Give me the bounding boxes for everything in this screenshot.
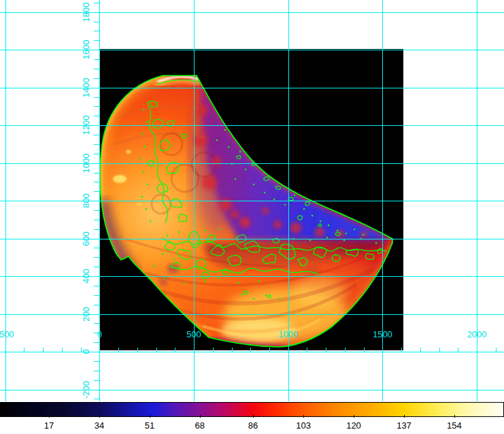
y-axis-minor-tick [94,106,99,107]
y-tick-label: 200 [81,307,91,322]
y-axis-minor-tick [94,182,99,182]
y-axis-minor-tick [94,342,99,343]
gridline-horizontal [0,50,504,50]
y-axis-minor-tick [90,239,99,239]
y-axis-minor-tick [94,97,99,98]
y-tick-label: 600 [81,231,91,246]
gridline-horizontal [0,239,504,239]
y-axis-minor-tick [94,399,99,399]
y-tick-label: 800 [81,193,91,208]
y-tick-label: 0 [81,349,91,354]
x-axis-minor-tick [269,348,270,352]
x-axis-minor-tick [326,348,326,352]
gridline-horizontal [0,163,504,164]
y-axis-minor-tick [94,220,99,220]
colorbar-tick [200,415,201,418]
y-axis-minor-tick [94,135,99,135]
y-axis-minor-tick [90,314,99,315]
y-axis-minor-tick [94,361,99,362]
colorbar-tick [404,415,405,418]
x-axis-minor-tick [288,348,289,352]
y-axis-minor-tick [90,201,99,201]
x-axis-minor-tick [24,348,24,352]
colorbar-tick-label: 86 [248,420,258,431]
x-axis-minor-tick [156,348,157,352]
x-axis-minor-tick [232,348,233,352]
y-axis-minor-tick [94,286,99,286]
y-axis-minor-tick [94,3,99,3]
y-axis-minor-tick [94,323,99,324]
y-tick-label: 400 [81,269,91,284]
colorbar-tick [454,415,455,418]
y-tick-label: -200 [81,380,91,398]
y-tick-label: 1000 [81,153,91,173]
colorbar-tick [253,415,254,418]
colorbar-tick-label: 17 [44,420,54,431]
y-axis-minor-tick [94,116,99,116]
y-tick-label: 1800 [81,2,91,22]
x-tick-label: -500 [0,329,14,339]
x-axis-minor-tick [137,348,138,352]
gridline-horizontal [0,352,504,352]
x-axis-minor-tick [62,348,63,352]
colorbar-tick [303,415,304,418]
gridline-horizontal [0,201,504,201]
gridline-horizontal [0,125,504,126]
x-axis-minor-tick [496,348,497,352]
x-axis-minor-tick [458,348,458,352]
x-tick-label: 500 [186,329,201,339]
y-axis-minor-tick [90,352,99,352]
colorbar-tick [49,415,50,418]
y-axis-minor-tick [94,31,99,31]
x-axis-minor-tick [345,348,346,352]
y-axis-minor-tick [90,390,99,390]
x-axis-minor-tick [175,348,175,352]
gridline-horizontal [0,88,504,88]
x-axis-minor-tick [420,348,421,352]
x-axis-minor-tick [194,348,195,352]
x-axis-minor-tick [477,348,477,352]
y-axis-minor-tick [90,88,99,88]
y-axis-minor-tick [94,210,99,211]
y-axis-minor-tick [90,125,99,126]
y-axis-minor-tick [94,78,99,79]
y-tick-label: 1400 [81,78,91,97]
colorbar [0,402,504,417]
y-axis-minor-tick [94,144,99,145]
x-axis-minor-tick [99,348,100,352]
y-axis-minor-tick [94,305,99,305]
colorbar-tick-label: 51 [145,420,154,431]
y-axis-minor-tick [90,276,99,277]
colorbar-tick-label: 137 [397,420,411,431]
colorbar-tick-label: 120 [346,420,361,431]
plot-area: -500050010001500200018001600140012001000… [0,0,504,434]
colorbar-tick [99,415,100,418]
y-tick-label: 1200 [81,116,91,135]
y-axis-minor-tick [94,191,99,192]
y-axis-minor-tick [94,371,99,371]
colorbar-tick-label: 154 [447,420,462,431]
gridline-horizontal [0,276,504,277]
gridline-horizontal [0,390,504,390]
x-axis-minor-tick [118,348,119,352]
y-axis-minor-tick [90,12,99,13]
x-axis-minor-tick [213,348,214,352]
x-tick-label: 0 [97,329,102,339]
colorbar-tick-label: 103 [296,420,311,431]
y-axis-minor-tick [94,257,99,258]
y-axis-minor-tick [94,295,99,296]
x-axis-minor-tick [307,348,307,352]
jupiter-false-color-image [99,49,403,350]
x-tick-label: 2000 [467,329,487,339]
x-axis-minor-tick [439,348,440,352]
y-axis-minor-tick [94,380,99,381]
colorbar-tick [354,415,354,418]
colorbar-tick-label: 34 [95,420,104,431]
y-axis-minor-tick [90,50,99,50]
y-axis-minor-tick [94,154,99,154]
gridline-horizontal [0,314,504,315]
colorbar-tick-label: 68 [195,420,205,431]
y-axis-minor-tick [94,69,99,69]
colorbar-tick [150,415,150,418]
x-axis-minor-tick [364,348,365,352]
